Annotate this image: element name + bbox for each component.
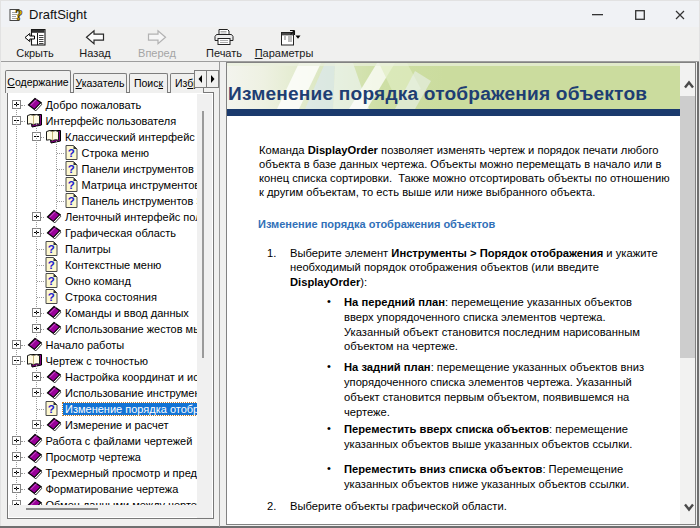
svg-text:?: ? — [48, 243, 55, 255]
svg-text:?: ? — [48, 403, 55, 415]
svg-text:?: ? — [15, 7, 23, 22]
svg-text:?: ? — [67, 195, 74, 207]
svg-text:?: ? — [48, 291, 55, 303]
svg-text:?: ? — [67, 147, 74, 159]
svg-text:?: ? — [48, 275, 55, 287]
svg-text:?: ? — [48, 259, 55, 271]
svg-text:?: ? — [67, 163, 74, 175]
svg-text:?: ? — [67, 179, 74, 191]
